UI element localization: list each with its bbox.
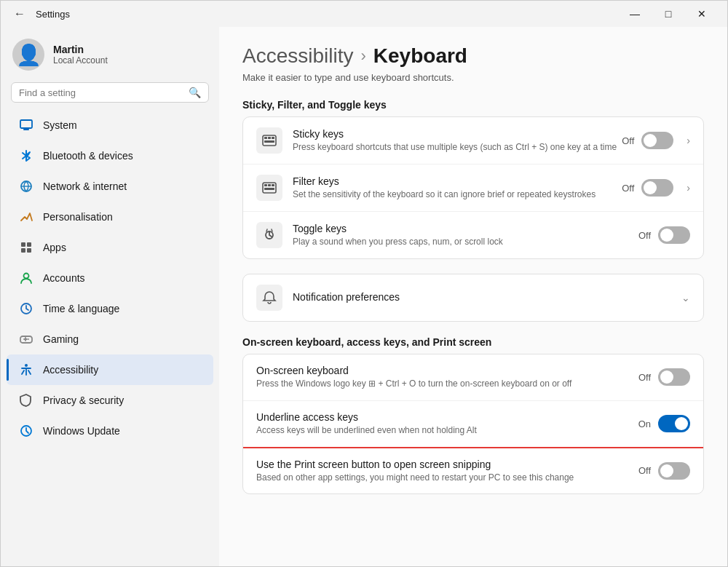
toggle-keys-desc: Play a sound when you press caps, num, o… [293,236,638,248]
title-bar: ← Settings — □ ✕ [1,1,727,27]
system-label: System [43,119,77,131]
print-screen-toggle[interactable] [658,462,690,480]
nav-item-network[interactable]: Network & internet [7,171,213,202]
window-content: 👤 Martin Local Account 🔍 System [1,27,727,566]
privacy-label: Privacy & security [43,394,124,406]
onscreen-keyboard-control: Off [638,368,690,386]
nav-item-time[interactable]: Time & language [7,293,213,324]
print-screen-text: Use the Print screen button to open scre… [256,459,638,484]
svg-rect-3 [21,242,25,247]
personalisation-icon [18,209,34,225]
maximize-button[interactable]: □ [652,1,685,27]
onscreen-keyboard-desc: Press the Windows logo key ⊞ + Ctrl + O … [256,378,638,390]
breadcrumb-parent[interactable]: Accessibility [242,44,353,68]
user-type: Local Account [53,55,108,66]
print-screen-toggle-thumb [660,464,673,477]
filter-keys-desc: Set the sensitivity of the keyboard so i… [293,189,622,201]
nav-item-gaming[interactable]: Gaming [7,324,213,354]
network-icon [18,178,34,194]
filter-keys-text: Filter keys Set the sensitivity of the k… [293,175,622,201]
sticky-keys-toggle[interactable] [641,132,673,149]
svg-point-11 [25,364,28,367]
gaming-icon [18,331,34,347]
section1-header: Sticky, Filter, and Toggle keys [242,99,704,111]
avatar: 👤 [12,39,44,71]
sidebar: 👤 Martin Local Account 🔍 System [1,27,219,566]
underline-access-text: Underline access keys Access keys will b… [256,411,638,437]
close-button[interactable]: ✕ [685,1,719,27]
print-screen-desc: Based on other app settings, you might n… [256,472,638,484]
gaming-label: Gaming [43,333,79,345]
main-content: Accessibility › Keyboard Make it easier … [219,27,727,566]
sticky-keys-item[interactable]: Sticky keys Press keyboard shortcuts tha… [243,117,703,164]
search-box[interactable]: 🔍 [11,82,209,103]
toggle-keys-item[interactable]: Toggle keys Play a sound when you press … [243,212,703,258]
sticky-keys-text: Sticky keys Press keyboard shortcuts tha… [293,128,622,154]
print-screen-item[interactable]: Use the Print screen button to open scre… [243,448,703,494]
user-section[interactable]: 👤 Martin Local Account [1,27,219,79]
svg-rect-4 [27,242,31,247]
notification-prefs-title: Notification preferences [293,291,676,303]
accounts-icon [18,270,34,286]
nav-item-bluetooth[interactable]: Bluetooth & devices [7,140,213,171]
title-bar-left: ← Settings [9,6,70,22]
section2-group: On-screen keyboard Press the Windows log… [242,354,704,494]
page-subtitle: Make it easier to type and use keyboard … [242,72,704,83]
underline-access-item[interactable]: Underline access keys Access keys will b… [243,401,703,448]
user-icon: 👤 [16,43,41,67]
sticky-keys-icon [256,127,282,154]
underline-access-status: On [638,419,651,429]
sticky-keys-toggle-thumb [644,134,657,147]
sticky-keys-chevron: › [687,135,690,146]
notification-prefs-control: ⌄ [676,292,690,304]
user-info: Martin Local Account [53,44,108,66]
notification-chevron-down: ⌄ [681,292,690,304]
svg-rect-14 [264,137,267,139]
underline-access-desc: Access keys will be underlined even when… [256,424,638,437]
toggle-keys-title: Toggle keys [293,223,638,234]
nav-item-personalisation[interactable]: Personalisation [7,202,213,232]
sticky-keys-title: Sticky keys [293,128,622,140]
notification-prefs-text: Notification preferences [293,291,676,304]
back-button[interactable]: ← [9,6,30,22]
toggle-keys-toggle[interactable] [658,226,690,244]
svg-rect-16 [272,137,274,139]
personalisation-label: Personalisation [43,211,113,223]
filter-keys-chevron: › [687,182,690,194]
filter-keys-title: Filter keys [293,175,622,187]
filter-keys-toggle[interactable] [641,179,673,197]
breadcrumb-current: Keyboard [373,44,467,68]
system-icon [18,117,34,133]
svg-rect-22 [264,188,274,190]
svg-rect-5 [21,248,25,253]
onscreen-keyboard-item[interactable]: On-screen keyboard Press the Windows log… [243,354,703,401]
nav-item-system[interactable]: System [7,110,213,140]
svg-rect-15 [268,137,271,139]
onscreen-keyboard-toggle[interactable] [658,368,690,386]
svg-rect-1 [23,129,29,130]
filter-keys-status: Off [622,183,634,194]
toggle-keys-toggle-thumb [660,229,673,242]
nav-item-update[interactable]: Windows Update [7,416,213,446]
filter-keys-icon [256,175,282,201]
onscreen-keyboard-text: On-screen keyboard Press the Windows log… [256,365,638,390]
underline-access-title: Underline access keys [256,411,638,423]
bluetooth-label: Bluetooth & devices [43,150,133,162]
svg-rect-20 [268,184,271,186]
print-screen-control: Off [638,462,690,480]
toggle-keys-status: Off [638,230,651,241]
nav-item-accounts[interactable]: Accounts [7,263,213,293]
nav-item-privacy[interactable]: Privacy & security [7,385,213,416]
svg-rect-6 [27,248,31,253]
filter-keys-item[interactable]: Filter keys Set the sensitivity of the k… [243,164,703,212]
minimize-button[interactable]: — [618,1,652,27]
search-input[interactable] [19,87,183,98]
accessibility-icon [18,362,34,378]
nav-item-apps[interactable]: Apps [7,232,213,263]
notification-prefs-item[interactable]: Notification preferences ⌄ [243,274,703,321]
print-screen-title: Use the Print screen button to open scre… [256,459,638,470]
underline-access-toggle[interactable] [658,415,690,432]
svg-point-7 [24,274,29,279]
nav-item-accessibility[interactable]: Accessibility [7,354,213,385]
section1-group: Sticky keys Press keyboard shortcuts tha… [242,116,704,259]
